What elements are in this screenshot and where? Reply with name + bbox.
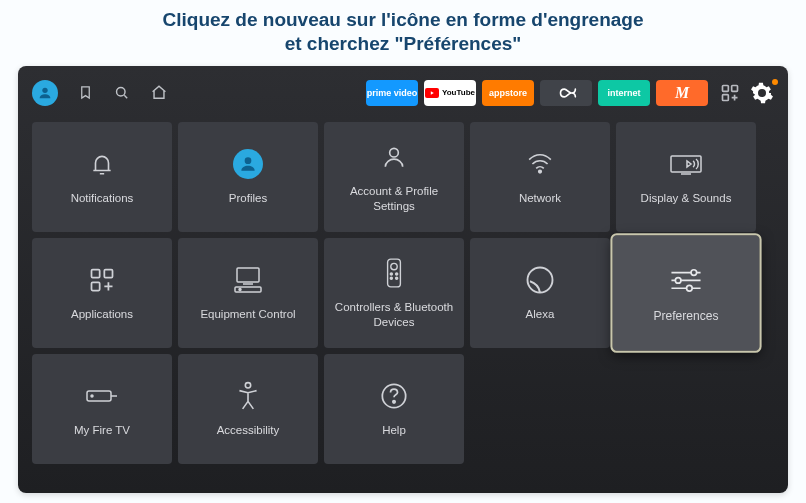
svg-point-20 [396, 277, 398, 279]
tile-label: Alexa [526, 307, 555, 321]
tile-applications[interactable]: Applications [32, 238, 172, 348]
alexa-icon [525, 265, 555, 295]
svg-point-17 [390, 273, 392, 275]
tile-label: Profiles [229, 191, 267, 205]
firetv-screen: prime video YouTube appstore internet M [18, 66, 788, 493]
avatar-icon [37, 85, 53, 101]
app-appstore[interactable]: appstore [482, 80, 534, 106]
settings-gear-icon[interactable] [750, 81, 774, 105]
tile-display[interactable]: Display & Sounds [616, 122, 756, 232]
svg-point-16 [391, 264, 397, 270]
svg-point-5 [245, 158, 252, 165]
svg-point-1 [117, 88, 126, 97]
svg-point-18 [396, 273, 398, 275]
accessibility-icon [235, 381, 261, 411]
bell-icon [89, 149, 115, 179]
svg-point-14 [239, 289, 241, 291]
device-icon [85, 386, 119, 406]
profile-avatar[interactable] [32, 80, 58, 106]
help-icon [380, 382, 408, 410]
svg-rect-11 [92, 283, 100, 291]
tile-alexa[interactable]: Alexa [470, 238, 610, 348]
app-prime-video[interactable]: prime video [366, 80, 418, 106]
svg-rect-12 [237, 268, 259, 282]
infinity-icon [555, 87, 577, 99]
tile-label: Equipment Control [200, 307, 295, 321]
tile-network[interactable]: Network [470, 122, 610, 232]
search-icon[interactable] [113, 84, 130, 101]
svg-rect-10 [104, 270, 112, 278]
svg-point-7 [539, 171, 542, 174]
app-internet[interactable]: internet [598, 80, 650, 106]
bookmark-icon[interactable] [78, 84, 93, 101]
svg-rect-4 [723, 94, 729, 100]
svg-rect-9 [92, 270, 100, 278]
app-youtube[interactable]: YouTube [424, 80, 476, 106]
wifi-icon [524, 151, 556, 177]
apps-icon [88, 266, 116, 294]
settings-grid: Notifications Profiles Account & Profile… [32, 122, 774, 464]
svg-point-23 [675, 277, 681, 283]
youtube-label: YouTube [442, 88, 475, 97]
svg-rect-2 [723, 85, 729, 91]
tile-label: Controllers & Bluetooth Devices [332, 300, 456, 329]
prime-label: prime video [367, 88, 418, 98]
svg-point-27 [245, 383, 250, 388]
apps-grid-icon[interactable] [720, 83, 740, 103]
svg-point-22 [691, 269, 697, 275]
tile-controllers[interactable]: Controllers & Bluetooth Devices [324, 238, 464, 348]
tile-label: Notifications [71, 191, 134, 205]
app-vpn[interactable] [540, 80, 592, 106]
tile-label: My Fire TV [74, 423, 130, 437]
svg-point-24 [687, 285, 693, 291]
svg-point-21 [528, 268, 553, 293]
home-icon[interactable] [150, 84, 168, 101]
svg-point-0 [42, 87, 47, 92]
tile-label: Applications [71, 307, 133, 321]
tv-sound-icon [669, 151, 703, 177]
tile-help[interactable]: Help [324, 354, 464, 464]
top-bar: prime video YouTube appstore internet M [32, 76, 774, 110]
tile-label: Accessibility [217, 423, 280, 437]
svg-point-6 [390, 148, 399, 157]
svg-point-19 [390, 277, 392, 279]
svg-point-29 [393, 401, 395, 403]
tile-equipment[interactable]: Equipment Control [178, 238, 318, 348]
app-m[interactable]: M [656, 80, 708, 106]
caption-line-2: et cherchez "Préférences" [285, 33, 522, 54]
tile-myfiretv[interactable]: My Fire TV [32, 354, 172, 464]
caption-line-1: Cliquez de nouveau sur l'icône en forme … [163, 9, 644, 30]
tile-accessibility[interactable]: Accessibility [178, 354, 318, 464]
tile-label: Account & Profile Settings [332, 184, 456, 213]
svg-point-26 [91, 395, 93, 397]
appstore-label: appstore [489, 88, 527, 98]
tile-profiles[interactable]: Profiles [178, 122, 318, 232]
remote-icon [385, 257, 403, 289]
internet-label: internet [607, 88, 640, 98]
tile-label: Preferences [653, 308, 718, 323]
equipment-icon [231, 265, 265, 295]
tile-notifications[interactable]: Notifications [32, 122, 172, 232]
svg-rect-8 [671, 156, 701, 172]
m-label: M [675, 84, 689, 102]
tile-label: Network [519, 191, 561, 205]
tile-account[interactable]: Account & Profile Settings [324, 122, 464, 232]
profile-icon [238, 154, 258, 174]
sliders-icon [669, 266, 703, 293]
tile-label: Display & Sounds [641, 191, 732, 205]
youtube-play-icon [425, 88, 439, 98]
person-icon [381, 142, 407, 172]
tile-label: Help [382, 423, 406, 437]
svg-rect-3 [732, 85, 738, 91]
notification-dot-icon [772, 79, 778, 85]
tile-preferences[interactable]: Preferences [613, 235, 760, 351]
instruction-caption: Cliquez de nouveau sur l'icône en forme … [0, 0, 806, 66]
